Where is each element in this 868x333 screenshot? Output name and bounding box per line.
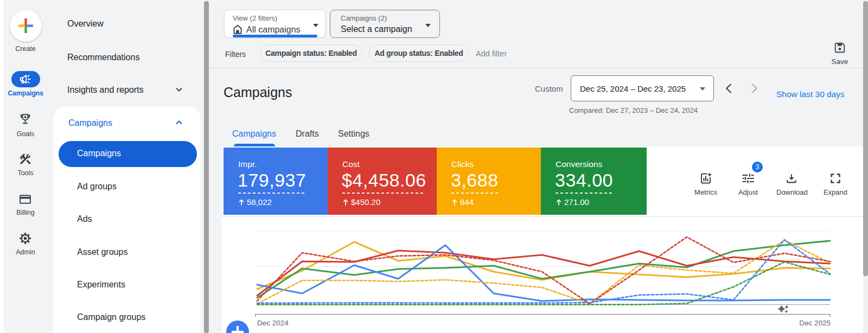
svg-text:Dec 2025: Dec 2025 <box>799 319 831 327</box>
svg-text:Dec 2024: Dec 2024 <box>257 319 289 327</box>
